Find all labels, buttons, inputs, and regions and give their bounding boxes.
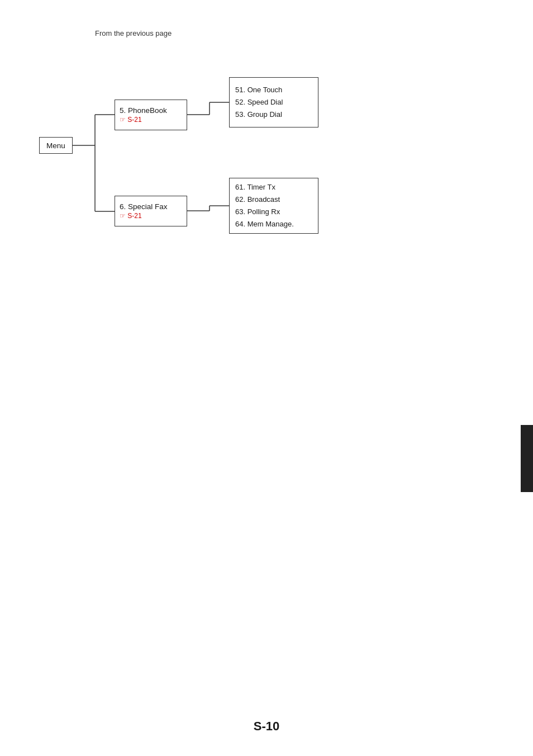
from-previous-label: From the previous page bbox=[95, 29, 172, 37]
page-number: S-10 bbox=[254, 719, 279, 734]
sub2-item-2: 62. Broadcast bbox=[235, 193, 280, 206]
sub1-item-2: 52. Speed Dial bbox=[235, 96, 283, 108]
sub1-box: 51. One Touch 52. Speed Dial 53. Group D… bbox=[229, 77, 318, 127]
sub2-box: 61. Timer Tx 62. Broadcast 63. Polling R… bbox=[229, 178, 318, 234]
phonebook-box: 5. PhoneBook ☞ S-21 bbox=[115, 100, 187, 130]
sub1-item-1: 51. One Touch bbox=[235, 84, 282, 96]
sub1-item-3: 53. Group Dial bbox=[235, 108, 282, 121]
menu-label: Menu bbox=[46, 141, 65, 150]
sub2-item-1: 61. Timer Tx bbox=[235, 181, 275, 193]
specialfax-ref: ☞ S-21 bbox=[120, 212, 142, 220]
menu-box: Menu bbox=[39, 137, 73, 154]
side-tab bbox=[521, 425, 533, 492]
phonebook-ref: ☞ S-21 bbox=[120, 116, 142, 124]
page-content: From the previous page bbox=[0, 0, 533, 756]
diagram-lines bbox=[28, 39, 419, 263]
diagram-area: Menu 5. PhoneBook ☞ S-21 6. Special Fax … bbox=[28, 39, 419, 263]
specialfax-box: 6. Special Fax ☞ S-21 bbox=[115, 196, 187, 226]
specialfax-label: 6. Special Fax bbox=[120, 202, 168, 211]
sub2-item-3: 63. Polling Rx bbox=[235, 206, 280, 218]
phonebook-label: 5. PhoneBook bbox=[120, 106, 167, 115]
sub2-item-4: 64. Mem Manage. bbox=[235, 218, 294, 230]
